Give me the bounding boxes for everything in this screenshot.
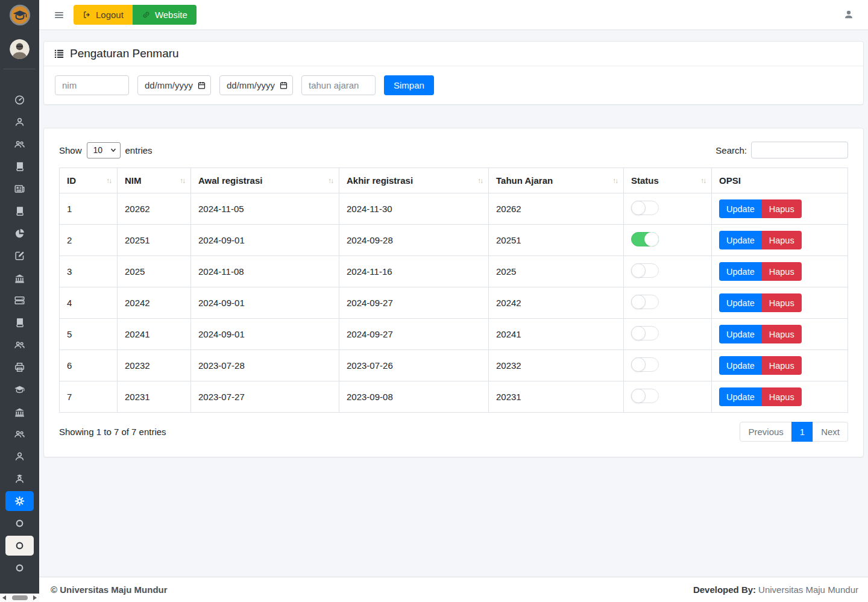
sidebar-item-cog-18[interactable] (5, 491, 34, 511)
sort-icon[interactable]: ↑↓ (328, 177, 333, 185)
opsi-button-group: UpdateHapus (719, 199, 802, 218)
tahun-ajaran-input[interactable] (301, 75, 376, 95)
hapus-button[interactable]: Hapus (762, 231, 802, 249)
sidebar-item-book-5[interactable] (0, 200, 39, 222)
sidebar-item-chart-pie-6[interactable] (0, 222, 39, 245)
update-button[interactable]: Update (719, 231, 762, 249)
column-header-tahun-ajaran[interactable]: Tahun Ajaran↑↓ (489, 168, 624, 193)
sidebar-item-print-12[interactable] (0, 356, 39, 378)
sidebar-item-circle-19[interactable] (0, 512, 39, 535)
calendar-icon[interactable] (279, 81, 288, 90)
date-end-input[interactable]: dd/mm/yyyy (219, 75, 293, 95)
page-length-select[interactable]: 10 (87, 142, 121, 158)
brand-logo[interactable] (0, 0, 39, 30)
website-label: Website (155, 10, 187, 20)
update-button[interactable]: Update (719, 199, 762, 218)
pagination-previous[interactable]: Previous (740, 422, 791, 442)
sort-icon[interactable]: ↑↓ (180, 177, 184, 185)
pagination-page-1[interactable]: 1 (791, 422, 813, 442)
column-header-status[interactable]: Status↑↓ (624, 168, 712, 193)
sidebar-item-newspaper-4[interactable] (0, 178, 39, 200)
sidebar-item-user-16[interactable] (0, 445, 39, 468)
toggle-knob[interactable] (631, 263, 646, 278)
calendar-icon[interactable] (197, 81, 206, 90)
update-button[interactable]: Update (719, 293, 762, 312)
date-start-input[interactable]: dd/mm/yyyy (137, 75, 211, 95)
column-header-nim[interactable]: NIM↑↓ (118, 168, 191, 193)
hapus-button[interactable]: Hapus (762, 325, 802, 343)
page-title: Pengaturan Penmaru (70, 47, 179, 60)
toggle-knob[interactable] (631, 357, 646, 372)
cell-nim: 20251 (118, 225, 191, 256)
sort-icon[interactable]: ↑↓ (612, 177, 617, 185)
sidebar-item-users-11[interactable] (0, 334, 39, 356)
column-label: Akhir registrasi (347, 175, 413, 186)
status-toggle-off[interactable] (631, 263, 659, 278)
sidebar-item-university-14[interactable] (0, 401, 39, 423)
sidebar-item-book-10[interactable] (0, 312, 39, 334)
scroll-left-arrow-icon[interactable] (2, 595, 6, 600)
search-control: Search: (715, 142, 848, 158)
status-toggle-off[interactable] (631, 357, 659, 372)
website-button[interactable]: Website (133, 5, 197, 25)
update-button[interactable]: Update (719, 356, 762, 375)
nim-input[interactable] (55, 75, 129, 95)
status-toggle-on[interactable] (631, 232, 659, 246)
toggle-knob[interactable] (631, 326, 646, 340)
table-info: Showing 1 to 7 of 7 entries (59, 427, 166, 437)
circle-icon (14, 540, 25, 551)
hamburger-menu-button[interactable] (52, 8, 66, 22)
scroll-right-arrow-icon[interactable] (33, 595, 37, 600)
sidebar-item-users-15[interactable] (0, 423, 39, 445)
list-icon (54, 48, 64, 59)
toggle-knob[interactable] (644, 232, 659, 246)
hapus-button[interactable]: Hapus (762, 262, 802, 281)
hapus-button[interactable]: Hapus (762, 356, 802, 375)
column-header-akhir-registrasi[interactable]: Akhir registrasi↑↓ (339, 168, 489, 193)
sort-icon[interactable]: ↑↓ (106, 177, 111, 185)
sidebar-item-circle-21[interactable] (0, 557, 39, 579)
sidebar-item-graduation-cap-13[interactable] (0, 378, 39, 401)
update-button[interactable]: Update (719, 262, 762, 281)
sidebar-item-tachometer-0[interactable] (0, 89, 39, 111)
sidebar-item-circle-20[interactable] (5, 536, 34, 556)
hapus-button[interactable]: Hapus (762, 387, 802, 406)
status-toggle-off[interactable] (631, 326, 659, 340)
sidebar-item-book-3[interactable] (0, 155, 39, 178)
status-toggle-off[interactable] (631, 295, 659, 309)
logout-button[interactable]: Logout (74, 5, 133, 25)
status-toggle-off[interactable] (631, 201, 659, 215)
hapus-button[interactable]: Hapus (762, 199, 802, 218)
pagination-next[interactable]: Next (813, 422, 848, 442)
user-avatar[interactable] (4, 30, 36, 69)
simpan-button[interactable]: Simpan (384, 75, 434, 95)
hapus-button[interactable]: Hapus (762, 293, 802, 312)
sidebar-item-user-graduate-17[interactable] (0, 468, 39, 490)
cell-id: 3 (60, 256, 118, 287)
sidebar-item-edit-7[interactable] (0, 245, 39, 267)
cell-status (624, 350, 712, 381)
sort-icon[interactable]: ↑↓ (477, 177, 482, 185)
cell-akhir-registrasi: 2023-07-26 (339, 350, 489, 381)
sidebar-horizontal-scrollbar[interactable] (0, 594, 39, 602)
page-footer: © Universitas Maju Mundur Developed By:U… (39, 577, 868, 602)
table-row-4: 4202422024-09-012024-09-2720242UpdateHap… (60, 287, 848, 319)
sidebar-item-users-2[interactable] (0, 133, 39, 155)
search-input[interactable] (751, 142, 848, 158)
sort-icon[interactable]: ↑↓ (700, 177, 705, 185)
column-header-id[interactable]: ID↑↓ (60, 168, 118, 193)
toggle-knob[interactable] (631, 201, 646, 215)
column-header-awal-registrasi[interactable]: Awal registrasi↑↓ (191, 168, 339, 193)
toggle-knob[interactable] (631, 295, 646, 309)
update-button[interactable]: Update (719, 387, 762, 406)
sidebar-item-university-8[interactable] (0, 267, 39, 289)
update-button[interactable]: Update (719, 325, 762, 343)
developed-by-value: Universitas Maju Mundur (758, 585, 858, 595)
sidebar-item-server-9[interactable] (0, 289, 39, 312)
book-icon (14, 161, 25, 172)
status-toggle-off[interactable] (631, 389, 659, 403)
navbar-user-button[interactable] (843, 8, 856, 22)
scrollbar-thumb[interactable] (12, 595, 28, 600)
toggle-knob[interactable] (631, 389, 646, 403)
sidebar-item-user-1[interactable] (0, 111, 39, 133)
